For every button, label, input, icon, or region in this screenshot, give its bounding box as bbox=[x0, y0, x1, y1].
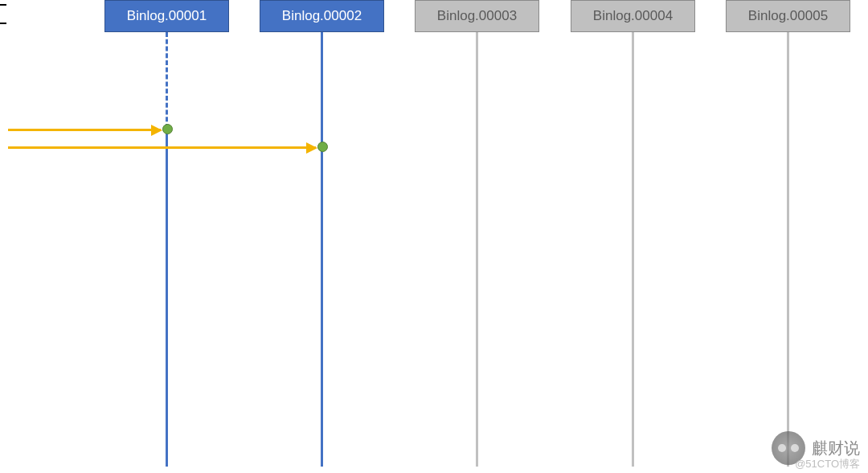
binlog-header-active: Binlog.00002 bbox=[260, 0, 384, 32]
timeline-line bbox=[321, 32, 323, 467]
axis-tick bbox=[0, 4, 6, 6]
axis-tick bbox=[0, 23, 6, 24]
watermark-subtext: @51CTO博客 bbox=[795, 457, 860, 471]
timeline-dashed-segment bbox=[166, 32, 168, 129]
timeline-line bbox=[787, 32, 789, 467]
binlog-header-inactive: Binlog.00005 bbox=[726, 0, 850, 32]
binlog-timeline-diagram: Binlog.00001Binlog.00002Binlog.00003Binl… bbox=[0, 0, 868, 473]
binlog-header-active: Binlog.00001 bbox=[104, 0, 229, 32]
timeline-line bbox=[476, 32, 478, 467]
pointer-arrow bbox=[8, 129, 161, 131]
event-dot bbox=[162, 124, 173, 134]
pointer-arrow bbox=[8, 146, 316, 149]
watermark-text: 麒财说 bbox=[812, 438, 860, 459]
timeline-line bbox=[632, 32, 634, 467]
binlog-header-inactive: Binlog.00004 bbox=[571, 0, 695, 32]
event-dot bbox=[317, 142, 328, 152]
binlog-header-inactive: Binlog.00003 bbox=[415, 0, 539, 32]
